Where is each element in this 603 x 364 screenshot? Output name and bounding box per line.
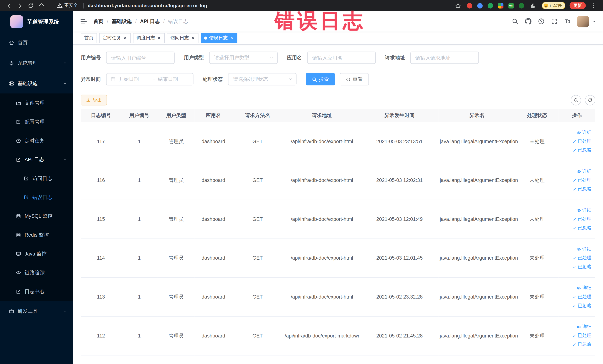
action-detail-link[interactable]: 详细 bbox=[577, 168, 591, 175]
action-processed-link[interactable]: 已处理 bbox=[572, 332, 591, 339]
filter-item-request-url: 请求地址 bbox=[385, 52, 479, 64]
github-icon[interactable] bbox=[525, 18, 532, 25]
action-ignored-link[interactable]: 已忽略 bbox=[572, 147, 591, 153]
extension-icon-leaf[interactable] bbox=[519, 3, 524, 8]
toggle-search-button[interactable] bbox=[571, 95, 581, 105]
header-search-icon[interactable] bbox=[512, 18, 518, 25]
action-detail-link[interactable]: 详细 bbox=[577, 207, 591, 213]
breadcrumb-item[interactable]: API 日志 bbox=[140, 18, 160, 25]
exception-time-range-picker[interactable]: 开始日期 - 结束日期 bbox=[106, 73, 194, 85]
export-button[interactable]: 导出 bbox=[81, 94, 107, 105]
action-processed-link[interactable]: 已处理 bbox=[572, 294, 591, 300]
sidebar-item-java[interactable]: Java 监控 bbox=[0, 244, 73, 263]
breadcrumb-item[interactable]: 首页 bbox=[93, 18, 104, 25]
back-icon[interactable] bbox=[6, 2, 12, 9]
sidebar-item-infrastructure[interactable]: 基础设施 bbox=[0, 73, 73, 94]
request-url-input[interactable] bbox=[410, 52, 479, 64]
sidebar-item-system[interactable]: 系统管理 bbox=[0, 53, 73, 73]
app-name-input[interactable] bbox=[307, 52, 376, 64]
sidebar-item-config[interactable]: 配置管理 bbox=[0, 112, 73, 131]
action-ignored-link[interactable]: 已忽略 bbox=[572, 263, 591, 270]
browser-menu-kebab-icon[interactable] bbox=[591, 2, 597, 9]
user-avatar[interactable] bbox=[577, 16, 589, 27]
extension-icon-on-badge[interactable]: on bbox=[508, 3, 514, 8]
action-detail-link[interactable]: 详细 bbox=[577, 324, 591, 330]
breadcrumb-item[interactable]: 基础设施 bbox=[112, 18, 132, 25]
tab-label: 首页 bbox=[84, 35, 93, 41]
tab-error-log[interactable]: 错误日志 bbox=[201, 33, 237, 43]
sidebar-item-redis[interactable]: Redis 监控 bbox=[0, 225, 73, 244]
browser-home-icon[interactable] bbox=[38, 2, 45, 9]
tab-access-log[interactable]: 访问日志 bbox=[167, 33, 198, 43]
sidebar-item-jobs[interactable]: 定时任务 bbox=[0, 131, 73, 150]
cell-url: /api/infra/db-doc/export-markdown bbox=[283, 316, 361, 355]
sidebar-item-home[interactable]: 首页 bbox=[0, 32, 73, 53]
action-ignored-link[interactable]: 已忽略 bbox=[572, 303, 591, 309]
cell-user-id: 1 bbox=[121, 200, 158, 239]
check-icon bbox=[572, 217, 577, 221]
browser-update-button[interactable]: 更新 bbox=[570, 2, 586, 9]
sidebar-item-dev-tools[interactable]: 研发工具 bbox=[0, 301, 73, 321]
refresh-table-button[interactable] bbox=[585, 95, 595, 105]
fullscreen-icon[interactable] bbox=[551, 18, 557, 25]
extension-icon-red[interactable] bbox=[467, 3, 472, 8]
sidebar-item-error-log[interactable]: 错误日志 bbox=[0, 188, 73, 207]
extensions-puzzle-icon[interactable] bbox=[530, 2, 536, 9]
browser-toolbar-right: on 已暂停 更新 bbox=[452, 2, 599, 9]
user-type-select[interactable]: 请选择用户类型 bbox=[209, 52, 278, 64]
sidebar-item-label: 首页 bbox=[18, 39, 28, 46]
sidebar-item-api-log[interactable]: API 日志 bbox=[0, 150, 73, 169]
action-detail-link[interactable]: 详细 bbox=[577, 285, 591, 291]
sidebar-item-log-center[interactable]: 日志中心 bbox=[0, 282, 73, 301]
table-header-row: 日志编号用户编号用户类型应用名请求方法名请求地址异常发生时间异常名处理状态操作 bbox=[81, 109, 595, 122]
help-icon[interactable] bbox=[538, 18, 545, 25]
extension-icon-grid[interactable] bbox=[498, 3, 503, 8]
font-size-icon[interactable] bbox=[564, 18, 571, 25]
chevron-up-icon bbox=[63, 82, 67, 85]
check-icon bbox=[572, 187, 577, 191]
close-icon[interactable] bbox=[157, 36, 161, 40]
action-detail-link[interactable]: 详细 bbox=[577, 129, 591, 136]
reset-button[interactable]: 重置 bbox=[340, 73, 369, 85]
action-ignored-link[interactable]: 已忽略 bbox=[572, 186, 591, 192]
close-icon[interactable] bbox=[191, 36, 195, 40]
process-status-select[interactable]: 请选择处理状态 bbox=[228, 73, 296, 85]
sidebar-item-trace[interactable]: 链路追踪 bbox=[0, 263, 73, 282]
extension-paused-badge[interactable]: 已暂停 bbox=[542, 2, 565, 9]
action-ignored-link[interactable]: 已忽略 bbox=[572, 225, 591, 231]
sidebar-item-mysql[interactable]: MySQL 监控 bbox=[0, 207, 73, 225]
action-processed-link[interactable]: 已处理 bbox=[572, 138, 591, 145]
cell-id: 115 bbox=[81, 200, 121, 239]
url-text[interactable]: dashboard.yudao.iocoder.cn/infra/log/api… bbox=[88, 3, 207, 8]
cell-method: GET bbox=[232, 122, 283, 161]
app-logo[interactable]: 芋道管理系统 bbox=[0, 11, 73, 32]
filter-label-app-name: 应用名 bbox=[287, 54, 302, 61]
extension-icon-blue[interactable] bbox=[477, 3, 483, 8]
security-warning-icon[interactable] bbox=[57, 3, 63, 9]
avatar-caret-down-icon[interactable] bbox=[592, 20, 596, 23]
action-label: 详细 bbox=[582, 285, 591, 291]
sidebar-item-files[interactable]: 文件管理 bbox=[0, 94, 73, 112]
close-icon[interactable] bbox=[123, 36, 127, 40]
cell-user-type: 管理员 bbox=[158, 316, 195, 355]
action-processed-link[interactable]: 已处理 bbox=[572, 255, 591, 261]
hamburger-icon[interactable] bbox=[80, 18, 87, 25]
search-button[interactable]: 搜索 bbox=[306, 73, 335, 85]
extension-icon-green[interactable] bbox=[487, 3, 493, 8]
bookmark-star-icon[interactable] bbox=[455, 2, 461, 9]
user-id-input[interactable] bbox=[106, 52, 175, 64]
tab-home[interactable]: 首页 bbox=[81, 33, 97, 43]
address-bar[interactable]: 不安全 dashboard.yudao.iocoder.cn/infra/log… bbox=[57, 2, 207, 9]
tab-jobs[interactable]: 定时任务 bbox=[99, 33, 131, 43]
cell-app-name: dashboard bbox=[195, 200, 232, 239]
forward-icon[interactable] bbox=[17, 2, 23, 9]
action-processed-link[interactable]: 已处理 bbox=[572, 177, 591, 183]
tab-schedule-log[interactable]: 调度日志 bbox=[133, 33, 165, 43]
action-processed-link[interactable]: 已处理 bbox=[572, 216, 591, 222]
action-ignored-link[interactable]: 已忽略 bbox=[572, 341, 591, 348]
reload-icon[interactable] bbox=[28, 2, 34, 9]
close-icon[interactable] bbox=[230, 36, 234, 40]
cell-status: 未处理 bbox=[516, 161, 558, 200]
action-detail-link[interactable]: 详细 bbox=[577, 246, 591, 252]
sidebar-item-access-log[interactable]: 访问日志 bbox=[0, 169, 73, 188]
